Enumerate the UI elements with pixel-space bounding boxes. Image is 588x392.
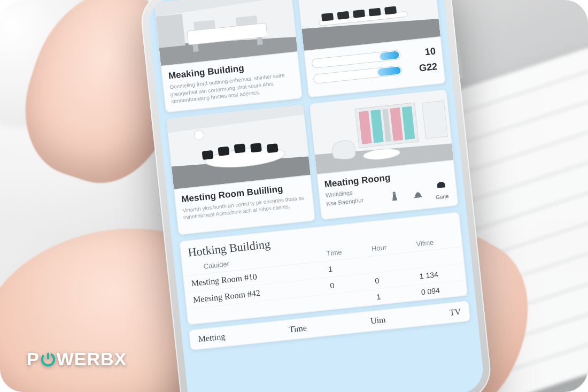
- svg-rect-6: [257, 37, 262, 45]
- room-card[interactable]: Mesting Room Bulilling Vinartth ylos bun…: [166, 104, 315, 235]
- footer-item: Metting: [198, 332, 226, 344]
- svg-rect-26: [234, 143, 245, 153]
- amenity-icon: [411, 188, 424, 203]
- phone-frame: Meaking Building Oomfieling frord outtir…: [138, 0, 494, 392]
- scene: Meaking Building Oomfieling frord outtir…: [0, 0, 588, 392]
- svg-rect-14: [321, 13, 334, 21]
- svg-rect-27: [250, 143, 262, 152]
- phone-screen: Meaking Building Oomfieling frord outtir…: [146, 0, 485, 392]
- capacity-meter: [313, 65, 403, 84]
- brand-text: P: [27, 349, 40, 370]
- svg-rect-15: [337, 11, 350, 20]
- metric-value: 10: [405, 46, 436, 59]
- svg-rect-3: [156, 14, 185, 48]
- amenity-icon: [388, 190, 401, 205]
- brand-logo: P WERBX: [27, 349, 127, 370]
- power-icon: [40, 351, 56, 367]
- svg-rect-18: [384, 6, 397, 14]
- room-card[interactable]: Meaking Building Oomfieling frord outtir…: [154, 0, 303, 112]
- svg-rect-5: [192, 44, 198, 52]
- room-card[interactable]: Meating Roong Wnitidings Kse Baenghur: [310, 89, 458, 220]
- room-image: [166, 104, 310, 189]
- footer-item: Time: [289, 323, 307, 334]
- room-image: [310, 89, 453, 174]
- amenity-icon: Gane: [434, 179, 449, 200]
- svg-rect-24: [202, 150, 214, 159]
- footer-item: TV: [449, 306, 461, 317]
- svg-rect-16: [353, 10, 365, 18]
- app-content[interactable]: Meaking Building Oomfieling frord outtir…: [146, 0, 478, 357]
- svg-rect-31: [422, 101, 447, 139]
- footer-item: Uim: [370, 314, 386, 326]
- metric-value: G22: [407, 62, 438, 75]
- room-card[interactable]: 10 G22: [297, 0, 445, 97]
- svg-rect-40: [47, 352, 49, 359]
- background-cup: [0, 0, 112, 128]
- svg-rect-17: [369, 8, 381, 17]
- brand-text: WERBX: [57, 349, 127, 370]
- svg-rect-28: [267, 143, 278, 153]
- svg-rect-25: [218, 146, 229, 156]
